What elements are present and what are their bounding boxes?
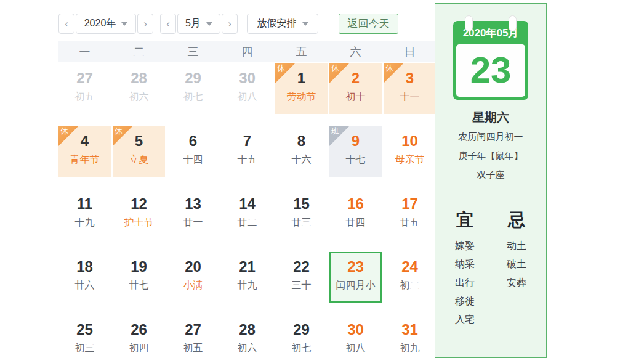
caret-down-icon: [302, 22, 308, 26]
day-lunar-label: 初三: [58, 341, 111, 356]
month-dropdown[interactable]: 5月: [177, 14, 220, 34]
day-number: 30: [329, 321, 382, 338]
calendar-grid: 27 初五 28 初六 29 初七 30 初八 休 1 劳动节 休 2 初十 休…: [58, 63, 436, 358]
month-selector: ‹ 5月 ›: [160, 14, 238, 34]
panel-divider: [435, 193, 546, 193]
day-number: 27: [58, 70, 111, 87]
day-cell[interactable]: 29 初七: [167, 63, 219, 114]
day-lunar-label: 初十: [329, 89, 382, 104]
day-cell[interactable]: 8 十六: [275, 126, 328, 177]
day-lunar-label: 十五: [221, 152, 273, 167]
yi-items: 嫁娶纳采出行移徙入宅: [443, 237, 486, 329]
day-cell[interactable]: 16 廿四: [329, 189, 382, 240]
day-lunar-label: 劳动节: [275, 89, 328, 104]
day-cell[interactable]: 27 初五: [58, 63, 111, 114]
day-cell[interactable]: 28 初六: [221, 315, 273, 358]
year-dropdown[interactable]: 2020年: [76, 14, 136, 34]
day-cell[interactable]: 19 廿七: [113, 252, 165, 303]
day-cell[interactable]: 10 母亲节: [384, 126, 436, 177]
day-lunar-label: 十九: [58, 215, 111, 230]
day-lunar-label: 初八: [329, 341, 382, 356]
day-cell[interactable]: 22 三十: [275, 252, 328, 303]
day-cell[interactable]: 25 初三: [58, 315, 111, 358]
day-detail-panel: 2020年05月 23 星期六 农历闰四月初一 庚子年【鼠年】 双子座 宜 嫁娶…: [435, 3, 547, 358]
day-cell[interactable]: 18 廿六: [58, 252, 111, 303]
toolbar: ‹ 2020年 › ‹ 5月 ›: [58, 14, 436, 34]
month-prev-button[interactable]: ‹: [160, 14, 176, 34]
day-lunar-label: 立夏: [113, 152, 165, 167]
almanac-item: 破土: [495, 255, 538, 274]
weekday-header: 日: [384, 44, 436, 59]
day-cell[interactable]: 休 1 劳动节: [275, 63, 328, 114]
day-lunar-label: 十七: [329, 152, 382, 167]
day-number: 21: [221, 258, 273, 275]
day-number: 12: [113, 195, 165, 213]
day-cell[interactable]: 12 护士节: [113, 189, 165, 240]
day-lunar-label: 初九: [384, 341, 436, 356]
day-lunar-label: 廿七: [113, 278, 165, 293]
day-cell[interactable]: 14 廿二: [221, 189, 273, 240]
day-cell[interactable]: 23 闰四月小: [329, 252, 382, 303]
day-cell[interactable]: 21 廿九: [221, 252, 273, 303]
day-lunar-label: 初四: [113, 341, 165, 356]
day-cell[interactable]: 20 小满: [167, 252, 219, 303]
day-cell[interactable]: 28 初六: [113, 63, 165, 114]
day-number: 7: [221, 132, 273, 150]
weekday-header: 四: [221, 44, 273, 59]
day-cell[interactable]: 休 3 十一: [384, 63, 436, 114]
yi-column: 宜 嫁娶纳采出行移徙入宅: [443, 208, 486, 329]
day-cell[interactable]: 26 初四: [113, 315, 165, 358]
day-cell[interactable]: 24 初二: [384, 252, 436, 303]
day-cell[interactable]: 休 5 立夏: [113, 126, 165, 177]
year-prev-button[interactable]: ‹: [58, 14, 74, 34]
day-lunar-label: 廿四: [329, 215, 382, 230]
back-to-today-button[interactable]: 返回今天: [339, 14, 398, 34]
day-cell[interactable]: 27 初五: [167, 315, 219, 358]
yi-title: 宜: [443, 208, 486, 232]
day-lunar-label: 廿五: [384, 215, 436, 230]
date-page-icon: 2020年05月 23: [453, 21, 528, 100]
day-cell[interactable]: 15 廿三: [275, 189, 328, 240]
year-next-button[interactable]: ›: [137, 14, 153, 34]
chevron-left-icon: ‹: [166, 18, 170, 30]
day-number: 29: [167, 70, 219, 87]
day-cell[interactable]: 17 廿五: [384, 189, 436, 240]
day-cell[interactable]: 6 十四: [167, 126, 219, 177]
day-number: 26: [113, 321, 165, 338]
weekday-header: 三: [167, 44, 219, 59]
weekday-header: 五: [275, 44, 328, 59]
day-number: 30: [221, 70, 273, 87]
day-number: 6: [167, 132, 219, 150]
day-number: 19: [113, 258, 165, 275]
day-cell[interactable]: 11 十九: [58, 189, 111, 240]
day-cell[interactable]: 29 初七: [275, 315, 328, 358]
day-lunar-label: 十四: [167, 152, 219, 167]
weekday-header: 六: [329, 44, 382, 59]
almanac-item: 纳采: [443, 255, 486, 274]
day-cell[interactable]: 7 十五: [221, 126, 273, 177]
day-cell[interactable]: 30 初八: [329, 315, 382, 358]
holiday-schedule-dropdown[interactable]: 放假安排: [247, 14, 318, 34]
day-lunar-label: 初八: [221, 89, 273, 104]
day-cell[interactable]: 班 9 十七: [329, 126, 382, 177]
weekday-header: 二: [113, 44, 165, 59]
almanac-item: 出行: [443, 274, 486, 292]
month-next-button[interactable]: ›: [222, 14, 238, 34]
day-number: 10: [384, 132, 436, 150]
day-cell[interactable]: 休 4 青年节: [58, 126, 111, 177]
day-number: 24: [384, 258, 436, 275]
almanac-section: 宜 嫁娶纳采出行移徙入宅 忌 动土破土安葬: [435, 208, 546, 329]
day-lunar-label: 初七: [167, 89, 219, 104]
day-lunar-label: 初五: [167, 341, 219, 356]
chevron-right-icon: ›: [228, 18, 231, 30]
selected-weekday: 星期六: [435, 109, 546, 126]
day-number: 28: [221, 321, 273, 338]
day-cell[interactable]: 30 初八: [221, 63, 273, 114]
day-cell[interactable]: 31 初九: [384, 315, 436, 358]
day-cell[interactable]: 13 廿一: [167, 189, 219, 240]
selected-day-number: 23: [456, 44, 525, 96]
day-number: 27: [167, 321, 219, 338]
caret-down-icon: [121, 22, 127, 26]
day-lunar-label: 廿二: [221, 215, 273, 230]
day-cell[interactable]: 休 2 初十: [329, 63, 382, 114]
